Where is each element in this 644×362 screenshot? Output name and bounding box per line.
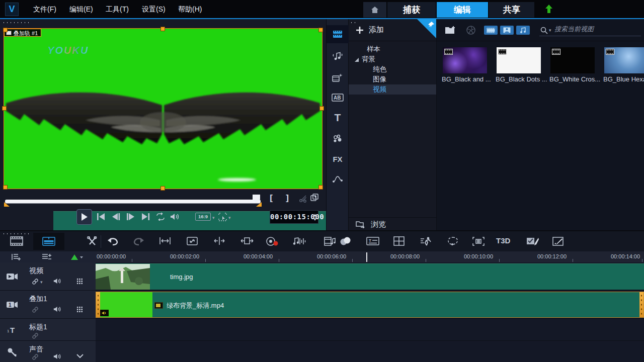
playhead[interactable] (366, 252, 367, 262)
track-opacity-button[interactable] (76, 278, 83, 285)
snapshot-button[interactable] (310, 193, 319, 202)
title-3d-button[interactable]: T3D (496, 236, 510, 245)
link-toggle[interactable] (31, 332, 39, 340)
clip-trim-start-handle[interactable] (96, 292, 100, 317)
mask-frame-button[interactable] (526, 236, 539, 246)
selection-handle[interactable] (3, 28, 8, 32)
panel-drag-handle[interactable] (2, 22, 30, 24)
tab-edit[interactable]: 编辑 (437, 2, 488, 18)
voice-track-lane[interactable] (96, 341, 644, 362)
enlarge-caret-icon[interactable]: ▾ (228, 215, 231, 220)
link-toggle[interactable] (31, 306, 39, 314)
tab-capture[interactable]: 捕获 (387, 2, 436, 18)
mask-creator-button[interactable] (447, 236, 459, 246)
track-header-title1[interactable]: 1 T 标题1 (0, 319, 96, 341)
chroma-key-indicator-button[interactable] (70, 254, 84, 260)
audio-mixer-button[interactable] (293, 236, 306, 246)
collapse-chevron-icon[interactable] (76, 354, 84, 358)
clip-trim-end-handle[interactable] (639, 292, 643, 317)
motion-track-button[interactable] (420, 236, 433, 246)
tree-item-samples[interactable]: 样本 (349, 44, 436, 54)
seek-track[interactable] (5, 200, 261, 203)
subtitle-editor-button[interactable]: T (366, 236, 379, 246)
track-mute-button[interactable] (53, 278, 61, 285)
resize-frame-button[interactable] (186, 236, 198, 246)
fit-project-button[interactable] (159, 236, 171, 245)
capture-options-button[interactable] (466, 25, 476, 35)
selection-handle[interactable] (3, 185, 8, 190)
aspect-caret-icon[interactable]: ▾ (212, 215, 215, 220)
timecode-spinner[interactable]: ▲▼ (312, 211, 318, 223)
tree-item-background[interactable]: 背景 (349, 54, 436, 64)
selection-handle[interactable] (160, 27, 165, 31)
selection-handle[interactable] (160, 186, 165, 191)
nav-title-button[interactable]: T (327, 109, 349, 127)
menu-tools[interactable]: 工具(T) (99, 0, 136, 18)
menu-edit[interactable]: 编辑(E) (62, 0, 100, 18)
menu-settings[interactable]: 设置(S) (135, 0, 173, 18)
filter-audio-button[interactable] (516, 26, 530, 35)
browse-button[interactable]: 浏览 (349, 217, 436, 230)
selection-handle[interactable] (318, 28, 323, 32)
tree-item-image[interactable]: 图像 (349, 74, 436, 84)
seek-bar[interactable] (4, 196, 262, 206)
redo-button[interactable] (133, 236, 145, 246)
blend-clips-button[interactable] (339, 236, 352, 246)
nav-motion-path-button[interactable] (327, 170, 349, 188)
timecode-display[interactable]: 00:00:15:000 (270, 210, 318, 224)
panel-drag-handle[interactable] (2, 233, 30, 235)
tree-item-solid-color[interactable]: 纯色 (349, 64, 436, 74)
search-caret-icon[interactable]: ▾ (549, 28, 551, 33)
timeline-view-button[interactable] (33, 233, 64, 250)
split-screen-button[interactable] (393, 236, 405, 246)
multicam-button[interactable] (472, 236, 485, 246)
menu-file[interactable]: 文件(F) (26, 0, 63, 18)
track-header-video[interactable]: 视频 ▾ (0, 262, 96, 291)
screen-record-button[interactable] (266, 236, 279, 246)
nav-media-button[interactable] (327, 25, 349, 43)
selection-handle[interactable] (2, 106, 7, 111)
title-track-lane[interactable] (96, 319, 644, 341)
tree-item-video[interactable]: 视频 (349, 84, 436, 95)
import-media-button[interactable] (445, 25, 457, 35)
nav-instant-project-button[interactable] (327, 68, 349, 86)
enlarge-preview-button[interactable] (218, 213, 227, 221)
add-remove-track-button[interactable] (41, 253, 51, 261)
media-thumb-black-and[interactable] (443, 47, 487, 73)
add-header[interactable]: 添加 (349, 19, 436, 41)
track-header-overlay1[interactable]: 1 叠加1 (0, 291, 96, 319)
next-frame-button[interactable] (126, 213, 135, 221)
video-track-lane[interactable]: timg.jpg (96, 262, 644, 291)
nav-graphics-button[interactable] (327, 130, 349, 148)
mix-tools-button[interactable] (87, 236, 98, 246)
nav-transition-button[interactable]: AB (327, 88, 349, 107)
preview-viewport[interactable]: YOUKU 叠加轨 #1 (4, 29, 322, 189)
ripple-edit-button[interactable] (213, 236, 225, 245)
split-clip-button[interactable] (299, 194, 308, 203)
overlay-track-lane[interactable]: 绿布背景_标清.mp4 (96, 291, 644, 319)
media-thumb-black-dots[interactable] (497, 47, 541, 73)
go-end-button[interactable] (141, 213, 150, 221)
prev-frame-button[interactable] (112, 213, 120, 221)
home-button[interactable] (363, 2, 386, 18)
nav-filter-button[interactable]: FX (327, 150, 349, 168)
track-manager-button[interactable] (11, 253, 21, 261)
search-box[interactable]: ▾ (539, 24, 641, 36)
menu-help[interactable]: 帮助(H) (171, 0, 209, 18)
selection-handle[interactable] (318, 185, 323, 190)
loop-button[interactable] (155, 213, 166, 221)
link-caret-icon[interactable]: ▾ (40, 280, 43, 285)
nav-audio-button[interactable] (327, 47, 349, 65)
link-toggle[interactable] (31, 353, 39, 361)
clip-greenscreen[interactable]: 绿布背景_标清.mp4 (96, 292, 644, 318)
stretch-clip-button[interactable] (240, 236, 254, 245)
selection-handle[interactable] (319, 106, 324, 111)
storyboard-view-button[interactable] (10, 236, 23, 246)
play-button[interactable] (76, 209, 92, 225)
track-mute-button[interactable] (53, 306, 61, 313)
mark-in-button[interactable]: [ (266, 192, 277, 204)
link-toggle[interactable] (31, 278, 39, 286)
clip-timg[interactable]: timg.jpg (96, 263, 644, 290)
upgrade-button[interactable] (544, 4, 553, 14)
paint-creator-button[interactable] (552, 236, 565, 246)
